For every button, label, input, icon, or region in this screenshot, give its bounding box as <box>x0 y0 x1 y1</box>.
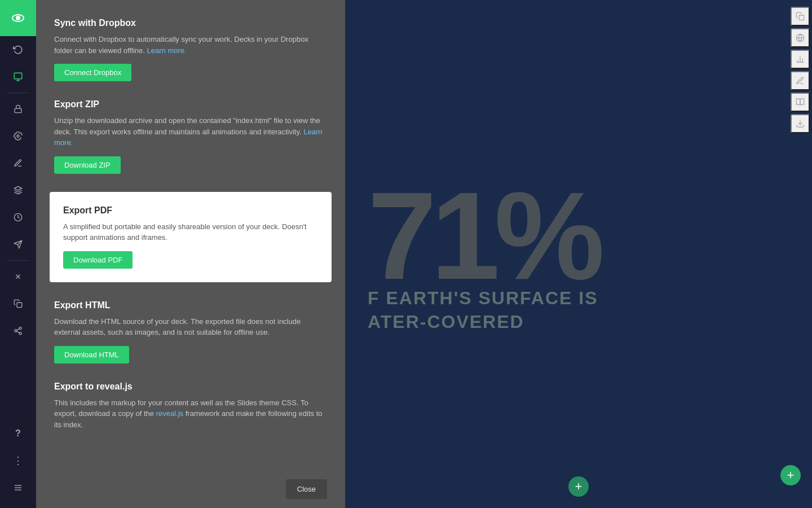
right-book-icon[interactable] <box>791 93 810 112</box>
sidebar-bottom: ? ⋮ <box>0 420 36 508</box>
zip-section-title: Export ZIP <box>54 99 327 110</box>
export-panel: Sync with Dropbox Connect with Dropbox t… <box>36 0 345 508</box>
svg-rect-11 <box>17 303 22 308</box>
app-logo[interactable] <box>0 0 36 36</box>
export-zip-section: Export ZIP Unzip the downloaded archive … <box>54 99 327 174</box>
add-slide-right-button[interactable]: + <box>780 465 801 485</box>
hamburger-menu-button[interactable] <box>0 474 36 501</box>
pdf-section-title: Export PDF <box>63 205 318 216</box>
slide-subtitle-line2: ATER-COVERED <box>368 310 789 334</box>
revealjs-section-description: This includes the markup for your conten… <box>54 397 327 431</box>
html-section-title: Export HTML <box>54 300 327 310</box>
close-row: Close <box>36 470 345 508</box>
undo-button[interactable] <box>0 36 36 63</box>
export-pdf-section: Export PDF A simplified but portable and… <box>50 192 332 282</box>
close-x-button[interactable] <box>0 263 36 290</box>
add-slide-bottom-button[interactable]: + <box>568 476 589 497</box>
download-zip-button[interactable]: Download ZIP <box>54 156 121 174</box>
slide-subtitle-line1: F EARTH'S SURFACE IS <box>368 287 789 310</box>
svg-rect-20 <box>799 15 804 20</box>
lock-button[interactable] <box>0 95 36 122</box>
connect-dropbox-button[interactable]: Connect Dropbox <box>54 64 131 81</box>
divider-1 <box>7 93 29 93</box>
slide-percent-text: 71% <box>368 174 789 298</box>
more-options-button[interactable]: ⋮ <box>0 447 36 474</box>
right-export-icon[interactable] <box>791 114 810 133</box>
svg-point-0 <box>16 16 20 20</box>
right-chart-icon[interactable] <box>791 50 810 69</box>
svg-line-15 <box>17 331 20 333</box>
download-pdf-button[interactable]: Download PDF <box>63 251 133 269</box>
zip-section-description: Unzip the downloaded archive and open th… <box>54 115 327 148</box>
left-sidebar: ? ⋮ <box>0 0 36 508</box>
dropbox-section-description: Connect with Dropbox to automatically sy… <box>54 34 327 56</box>
dropbox-learn-more-link[interactable]: Learn more. <box>147 46 187 55</box>
revealjs-link[interactable]: reveal.js <box>156 409 183 418</box>
settings-button[interactable] <box>0 122 36 150</box>
svg-marker-7 <box>14 186 21 190</box>
pencil-button[interactable] <box>0 150 36 177</box>
help-button[interactable]: ? <box>0 420 36 447</box>
svg-point-6 <box>17 135 19 137</box>
slide-content: 71% F EARTH'S SURFACE IS ATER-COVERED <box>345 174 812 334</box>
export-revealjs-section: Export to reveal.js This includes the ma… <box>54 382 327 431</box>
right-globe-icon[interactable] <box>791 28 810 47</box>
svg-rect-2 <box>14 73 22 79</box>
clock-button[interactable] <box>0 204 36 231</box>
svg-point-12 <box>19 327 21 329</box>
megaphone-button[interactable] <box>0 231 36 258</box>
html-section-description: Download the HTML source of your deck. T… <box>54 316 327 338</box>
share-button[interactable] <box>0 317 36 344</box>
svg-point-13 <box>15 330 17 332</box>
duplicate-button[interactable] <box>0 290 36 317</box>
svg-point-14 <box>19 332 21 335</box>
svg-line-16 <box>17 329 20 330</box>
download-html-button[interactable]: Download HTML <box>54 346 129 364</box>
revealjs-section-title: Export to reveal.js <box>54 382 327 392</box>
export-dropbox-section: Sync with Dropbox Connect with Dropbox t… <box>54 18 327 81</box>
divider-2 <box>7 260 29 261</box>
export-html-section: Export HTML Download the HTML source of … <box>54 300 327 364</box>
main-area: Sync with Dropbox Connect with Dropbox t… <box>36 0 812 508</box>
svg-rect-5 <box>15 108 21 112</box>
pdf-section-description: A simplified but portable and easily sha… <box>63 221 318 243</box>
sidebar-top <box>0 0 36 344</box>
right-copy-icon[interactable] <box>791 7 810 26</box>
right-pencil-icon[interactable] <box>791 71 810 90</box>
layers-button[interactable] <box>0 177 36 204</box>
slide-preview: 71% F EARTH'S SURFACE IS ATER-COVERED <box>345 0 812 508</box>
slide-subtitle: F EARTH'S SURFACE IS ATER-COVERED <box>368 287 789 334</box>
dropbox-section-title: Sync with Dropbox <box>54 18 327 28</box>
close-button[interactable]: Close <box>286 479 327 499</box>
slide-view-button[interactable] <box>0 63 36 90</box>
right-sidebar <box>788 0 812 508</box>
